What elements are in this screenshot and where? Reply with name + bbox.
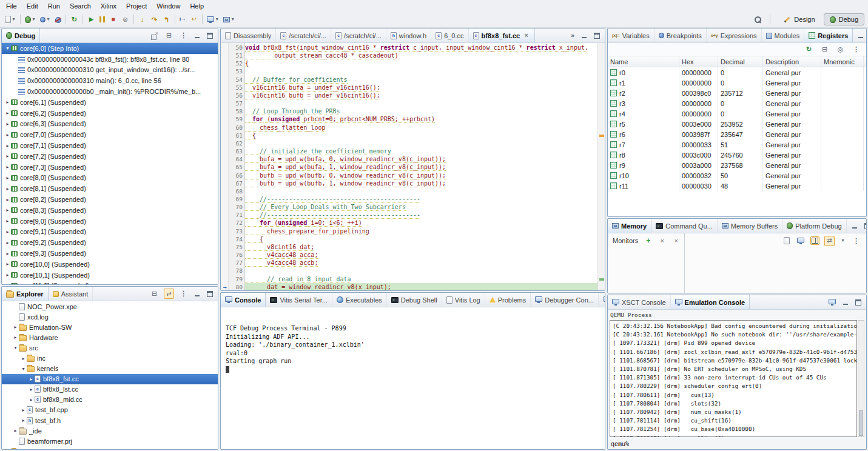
step-over-button[interactable]: ↷ [149,15,160,25]
step-return-button[interactable]: ↰ [161,15,172,25]
terminate-button[interactable]: ■ [108,15,118,25]
explorer-item-noc-power-xpe[interactable]: NOC_Power.xpe [2,301,218,312]
column-header-hex[interactable]: Hex [679,56,718,67]
twistie-collapsed-icon[interactable]: ▸ [12,324,19,330]
twistie-collapsed-icon[interactable]: ▸ [28,376,35,382]
core-row[interactable]: ▸core[8,0] (Suspended) [2,173,218,184]
remove-monitor-button[interactable]: × [657,236,667,246]
explorer-item-kernels[interactable]: ▾kernels [2,364,218,374]
twistie-collapsed-icon[interactable]: ▸ [4,121,11,127]
link-memory-rendering-button[interactable]: ⇄ [824,236,835,246]
disconnect-button[interactable]: ⊗ [120,15,130,25]
instruction-stepping-button[interactable]: i→ [178,15,187,25]
drop-to-frame-button[interactable]: ↩ [189,15,199,25]
tab-6-0-cc[interactable]: 6_0.cc [431,28,468,42]
explorer-item-ide[interactable]: ▸ide [2,446,218,449]
twistie-collapsed-icon[interactable]: ▸ [4,261,11,267]
tab-modules[interactable]: Modules [762,28,805,42]
minimize-button[interactable] [841,298,850,307]
menu-edit[interactable]: Edit [22,1,43,11]
twistie-collapsed-icon[interactable]: ▸ [20,418,27,423]
core-row[interactable]: ▸core[10,1] (Suspended) [2,270,218,281]
remove-all-monitors-button[interactable]: × [671,236,681,246]
twistie-collapsed-icon[interactable]: ▸ [4,283,11,284]
debug-launch-button[interactable]: ▾ [24,15,37,25]
twistie-expanded-icon[interactable]: ▾ [4,45,11,51]
maximize-button[interactable] [593,32,601,40]
overview-marker-current-line[interactable] [599,278,604,281]
export-memory-button[interactable] [796,238,806,244]
core-row[interactable]: ▸core[9,0] (Suspended) [2,216,218,227]
rendering-options-button[interactable]: ▾ [839,236,846,246]
tab-bf8x8-fst-cc[interactable]: bf8x8_fst.cc× [469,28,536,42]
pin-view-button[interactable]: ◎ [835,44,846,55]
minimize-button[interactable] [193,32,201,40]
explorer-item-ide[interactable]: ▸_ide [2,426,218,436]
twistie-collapsed-icon[interactable]: ▸ [20,356,27,361]
core-row[interactable]: ▸core[9,1] (Suspended) [2,227,218,238]
tab-vitis-serial-ter[interactable]: Vitis Serial Ter... [266,293,332,307]
memory-tools-button[interactable]: ▾ [222,15,236,25]
register-row[interactable]: r4000000000General pur [608,109,866,119]
twistie-collapsed-icon[interactable]: ▸ [4,229,11,235]
twistie-collapsed-icon[interactable]: ▸ [4,449,11,449]
minimize-button[interactable] [580,32,588,40]
twistie-collapsed-icon[interactable]: ▸ [20,407,27,413]
tab-platform-debug[interactable]: Platform Debug [782,219,846,233]
twistie-collapsed-icon[interactable]: ▸ [4,99,11,105]
explorer-item-test-bf-h[interactable]: ▸test_bf.h [2,415,218,426]
qemu-output[interactable]: [C 20:43:32.156 NotebookApp] Bad config … [610,320,857,437]
maximize-button[interactable] [206,290,214,298]
twistie-expanded-icon[interactable]: ▾ [20,366,27,372]
register-row[interactable]: r60003987f235647General pur [608,129,866,139]
explorer-item-bf8x8-lst-cc[interactable]: ▸bf8x8_lst.cc [2,384,218,395]
twistie-collapsed-icon[interactable]: ▸ [12,428,19,433]
core-row[interactable]: ▸core[9,3] (Suspended) [2,248,218,259]
core-row[interactable]: ▸core[7,0] (Suspended) [2,129,218,140]
view-menu-button[interactable]: ⋮ [851,236,861,246]
column-header-description[interactable]: Description [763,56,821,67]
twistie-collapsed-icon[interactable]: ▸ [28,387,35,392]
twistie-collapsed-icon[interactable]: ▸ [4,218,11,224]
view-menu-button[interactable]: ⋮ [178,30,189,41]
twistie-collapsed-icon[interactable]: ▸ [4,251,11,256]
core-row[interactable]: ▸core[7,3] (Suspended) [2,162,218,173]
twistie-collapsed-icon[interactable]: ▸ [4,207,11,213]
resume-button[interactable]: ▶ [86,15,96,25]
skip-all-breakpoints-button[interactable] [53,15,62,24]
register-row[interactable]: r110000003048General pur [608,181,866,191]
twistie-collapsed-icon[interactable]: ▸ [4,186,11,192]
twistie-collapsed-icon[interactable]: ▸ [4,175,11,181]
tab-vitis-log[interactable]: Vitis Log [442,293,485,307]
debug-thread-row[interactable]: ▾core[6,0] (Step Into) [2,43,218,54]
overview-marker-warning[interactable] [599,135,604,137]
add-monitor-button[interactable]: + [643,236,653,246]
core-row[interactable]: ▸core[7,2] (Suspended) [2,151,218,162]
twistie-expanded-icon[interactable]: ▾ [12,345,19,350]
tab-scratch-ci[interactable]: /scratch/ci/... [276,28,331,42]
core-row[interactable]: ▸core[6,1] (Suspended) [2,97,218,108]
remove-terminated-button[interactable] [150,31,160,41]
scrollbar-thumb[interactable] [859,410,863,436]
minimize-button[interactable] [850,222,859,230]
register-row[interactable]: r3000000000General pur [608,98,866,109]
menu-run[interactable]: Run [43,1,65,11]
overview-ruler[interactable] [597,43,605,290]
design-perspective-button[interactable]: Design [778,13,821,25]
explorer-item-hardware[interactable]: ▸Hardware [2,332,218,342]
register-row[interactable]: r90003a000237568General pur [608,160,866,170]
explorer-item-bf8x8-fst-cc[interactable]: ▸bf8x8_fst.cc [2,374,218,384]
tab-assistant[interactable]: Assistant [49,287,93,301]
editor-body[interactable]: → 50515253545556575859606162636465666768… [221,43,605,290]
menu-file[interactable]: File [1,1,22,11]
core-row[interactable]: ▸core[10,0] (Suspended) [2,259,218,270]
maximize-button[interactable] [854,298,863,307]
menu-search[interactable]: Search [65,1,96,11]
view-menu-button[interactable]: ⋮ [178,289,189,299]
tab-variables[interactable]: (x)=Variables [608,28,654,42]
collapse-all-button[interactable]: ⊟ [164,30,174,41]
menu-xilinx[interactable]: Xilinx [96,1,121,11]
tab-registers[interactable]: Registers [804,28,853,42]
tab-xsct-console[interactable]: XSCT Console [608,295,671,309]
debug-perspective-button[interactable]: Debug [824,13,864,25]
